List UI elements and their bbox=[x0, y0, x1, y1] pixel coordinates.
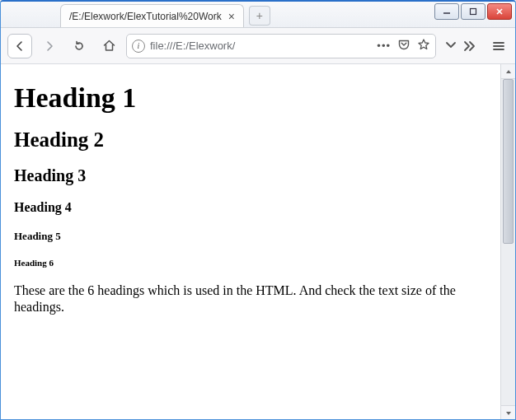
svg-rect-1 bbox=[471, 9, 476, 15]
site-info-icon[interactable]: i bbox=[132, 40, 145, 53]
hamburger-menu-icon[interactable] bbox=[489, 36, 509, 56]
forward-button[interactable] bbox=[37, 34, 62, 58]
vertical-scrollbar[interactable] bbox=[500, 64, 515, 420]
reload-button[interactable] bbox=[67, 34, 91, 58]
url-bar[interactable]: i file:///E:/Elexwork/ ••• bbox=[126, 34, 436, 58]
tab-title: /E:/Elexwork/ElexTutorial%20Work bbox=[69, 11, 222, 22]
url-text: file:///E:/Elexwork/ bbox=[150, 40, 372, 52]
minimize-button[interactable] bbox=[434, 3, 459, 20]
reader-pocket-icon[interactable] bbox=[397, 38, 410, 54]
heading-4: Heading 4 bbox=[14, 200, 489, 215]
tab-close-icon[interactable]: × bbox=[227, 10, 237, 23]
scroll-thumb[interactable] bbox=[503, 79, 514, 244]
paragraph-text: These are the 6 headings which is used i… bbox=[14, 282, 489, 315]
overflow-chevron-icon[interactable] bbox=[441, 36, 461, 56]
overflow-double-chevron-icon[interactable] bbox=[461, 36, 481, 56]
back-button[interactable] bbox=[7, 34, 32, 58]
bookmark-star-icon[interactable] bbox=[417, 38, 430, 54]
heading-5: Heading 5 bbox=[14, 230, 489, 243]
urlbar-right-icons: ••• bbox=[377, 38, 430, 54]
heading-6: Heading 6 bbox=[14, 258, 489, 268]
content-area: Heading 1 Heading 2 Heading 3 Heading 4 … bbox=[1, 64, 515, 420]
heading-2: Heading 2 bbox=[14, 128, 489, 152]
scroll-down-icon[interactable] bbox=[501, 405, 515, 420]
heading-3: Heading 3 bbox=[14, 166, 489, 185]
ellipsis-icon[interactable]: ••• bbox=[377, 40, 391, 52]
toolbar-right bbox=[441, 36, 509, 56]
browser-tab[interactable]: /E:/Elexwork/ElexTutorial%20Work × bbox=[60, 4, 244, 27]
home-button[interactable] bbox=[96, 34, 121, 58]
heading-1: Heading 1 bbox=[14, 82, 489, 114]
titlebar: /E:/Elexwork/ElexTutorial%20Work × + bbox=[1, 2, 515, 28]
browser-window: /E:/Elexwork/ElexTutorial%20Work × + bbox=[0, 0, 516, 420]
maximize-button[interactable] bbox=[461, 3, 486, 20]
window-controls bbox=[434, 3, 512, 20]
new-tab-button[interactable]: + bbox=[249, 6, 270, 26]
toolbar: i file:///E:/Elexwork/ ••• bbox=[1, 28, 515, 64]
close-button[interactable] bbox=[487, 3, 512, 20]
scroll-up-icon[interactable] bbox=[501, 64, 515, 79]
page-content: Heading 1 Heading 2 Heading 3 Heading 4 … bbox=[1, 64, 500, 420]
